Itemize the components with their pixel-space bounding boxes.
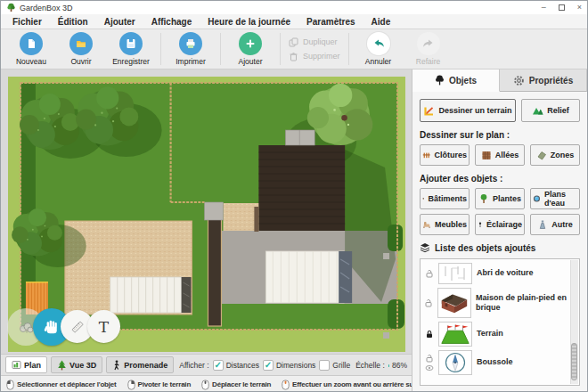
paving-icon bbox=[481, 150, 492, 160]
plantes-button[interactable]: Plantes bbox=[475, 188, 525, 209]
print-button[interactable]: Imprimer bbox=[166, 32, 216, 66]
eclairage-button[interactable]: Éclairage bbox=[475, 214, 525, 235]
checkbox-unchecked-icon bbox=[319, 360, 330, 371]
new-button[interactable]: Nouveau bbox=[6, 32, 56, 66]
mouse-middle-click-icon bbox=[201, 380, 209, 390]
dimensions-checkbox[interactable]: ✓ Dimensions bbox=[263, 360, 315, 371]
toolbar-separator bbox=[280, 33, 281, 65]
list-heading: Liste des objets ajoutés bbox=[435, 243, 535, 253]
view-3d-button[interactable]: Vue 3D bbox=[51, 356, 102, 373]
tree-3d-icon bbox=[57, 360, 67, 371]
meubles-button[interactable]: Meubles bbox=[420, 214, 470, 235]
zones-button[interactable]: Zones bbox=[530, 144, 580, 166]
gate-slab[interactable] bbox=[205, 202, 224, 220]
window-title: GardenBox 3D bbox=[20, 4, 73, 12]
carport-thumbnail bbox=[438, 263, 472, 284]
list-item[interactable]: Boussole bbox=[422, 348, 568, 377]
toolbar: Nouveau Ouvrir Enregistrer Imprimer Ajou… bbox=[1, 29, 587, 69]
layers-icon bbox=[420, 242, 430, 253]
tab-objets[interactable]: Objets bbox=[412, 69, 500, 92]
afficher-label: Afficher : bbox=[179, 361, 208, 370]
compass-thumbnail bbox=[438, 350, 472, 375]
status-bar: Sélectionner et déplacer l'objet Pivoter… bbox=[1, 375, 412, 392]
unlock-icon[interactable] bbox=[425, 269, 434, 278]
toolbar-separator bbox=[160, 33, 161, 65]
toolbar-separator bbox=[220, 33, 221, 65]
new-document-icon bbox=[25, 37, 37, 50]
fence-icon bbox=[422, 150, 430, 160]
plan-view-icon bbox=[12, 360, 21, 370]
plan-view-button[interactable]: Plan bbox=[5, 356, 47, 373]
house[interactable] bbox=[254, 145, 345, 232]
tree-silhouette-icon bbox=[435, 75, 445, 86]
ruler-icon bbox=[69, 319, 86, 335]
add-objects-heading: Ajouter des objets : bbox=[420, 174, 580, 184]
delete-button[interactable]: Supprimer bbox=[289, 52, 340, 61]
redo-button[interactable]: Refaire bbox=[404, 32, 453, 66]
allees-button[interactable]: Allées bbox=[475, 144, 525, 166]
autre-button[interactable]: Autre bbox=[530, 214, 580, 235]
menu-affichage[interactable]: Affichage bbox=[143, 17, 200, 27]
white-awning[interactable] bbox=[265, 251, 352, 303]
furniture-icon bbox=[422, 219, 431, 230]
hand-icon bbox=[43, 318, 61, 336]
carport[interactable] bbox=[110, 277, 192, 313]
garden-plan-canvas[interactable] bbox=[8, 77, 405, 352]
scrollbar-thumb[interactable] bbox=[571, 343, 577, 380]
add-button[interactable]: Ajouter bbox=[225, 32, 275, 66]
distances-checkbox[interactable]: ✓ Distances bbox=[213, 360, 259, 371]
open-button[interactable]: Ouvrir bbox=[56, 32, 106, 66]
minimize-icon[interactable]: – bbox=[542, 4, 546, 12]
list-item[interactable]: Terrain bbox=[422, 320, 568, 348]
menu-ajouter[interactable]: Ajouter bbox=[96, 17, 143, 27]
lantern-icon bbox=[478, 219, 483, 230]
close-icon[interactable]: × bbox=[577, 4, 582, 12]
draw-terrain-button[interactable]: Dessiner un terrain bbox=[420, 99, 516, 122]
save-button[interactable]: Enregistrer bbox=[106, 32, 156, 66]
shrub-icon bbox=[17, 318, 35, 336]
lock-icon[interactable] bbox=[425, 330, 434, 339]
text-tool-glyph: T bbox=[99, 318, 109, 336]
mouse-left-click-icon bbox=[6, 380, 14, 390]
unlock-icon[interactable] bbox=[425, 354, 434, 363]
right-panel: Objets Propriétés Des bbox=[412, 69, 587, 392]
misc-object-icon bbox=[537, 219, 548, 230]
checkbox-checked-icon: ✓ bbox=[263, 360, 274, 371]
maximize-icon[interactable] bbox=[559, 4, 565, 11]
mouse-wheel-icon bbox=[282, 380, 290, 390]
title-bar: GardenBox 3D – × bbox=[1, 1, 587, 14]
chimney bbox=[285, 130, 314, 145]
list-item[interactable]: Maison de plain-pied en brique bbox=[422, 286, 568, 320]
mountains-icon bbox=[532, 105, 543, 116]
menu-fichier[interactable]: Fichier bbox=[4, 17, 50, 27]
tab-proprietes[interactable]: Propriétés bbox=[500, 69, 587, 92]
trash-icon bbox=[289, 52, 298, 61]
hedge-strip[interactable] bbox=[208, 219, 221, 326]
menu-edition[interactable]: Édition bbox=[50, 17, 96, 27]
duplicate-icon bbox=[289, 37, 298, 47]
grille-checkbox[interactable]: Grille bbox=[319, 360, 350, 371]
toolbar-separator bbox=[348, 33, 349, 65]
objects-list[interactable]: Abri de voiture bbox=[420, 258, 580, 386]
hint-rotate: Pivoter le terrain bbox=[127, 380, 192, 390]
menu-heure[interactable]: Heure de la journée bbox=[200, 17, 298, 27]
text-tool-button[interactable]: T bbox=[87, 310, 120, 343]
unlock-icon[interactable] bbox=[424, 298, 433, 307]
menu-bar: Fichier Édition Ajouter Affichage Heure … bbox=[1, 14, 587, 29]
menu-parametres[interactable]: Paramètres bbox=[298, 17, 363, 27]
checkbox-checked-icon: ✓ bbox=[213, 360, 224, 371]
plans-eau-button[interactable]: Plans d'eau bbox=[530, 188, 580, 209]
menu-aide[interactable]: Aide bbox=[363, 17, 399, 27]
terrain-thumbnail bbox=[438, 322, 472, 347]
house-thumbnail bbox=[437, 288, 471, 318]
eye-icon[interactable] bbox=[425, 364, 434, 372]
list-scrollbar[interactable] bbox=[570, 260, 578, 384]
undo-button[interactable]: Annuler bbox=[354, 32, 404, 66]
batiments-button[interactable]: Bâtiments bbox=[420, 188, 470, 209]
relief-button[interactable]: Relief bbox=[521, 99, 580, 122]
scale-value: 86% bbox=[392, 361, 407, 370]
clotures-button[interactable]: Clôtures bbox=[420, 144, 470, 166]
list-item[interactable]: Abri de voiture bbox=[422, 261, 568, 286]
duplicate-button[interactable]: Dupliquer bbox=[289, 37, 340, 47]
walkthrough-button[interactable]: Promenade bbox=[106, 356, 174, 373]
